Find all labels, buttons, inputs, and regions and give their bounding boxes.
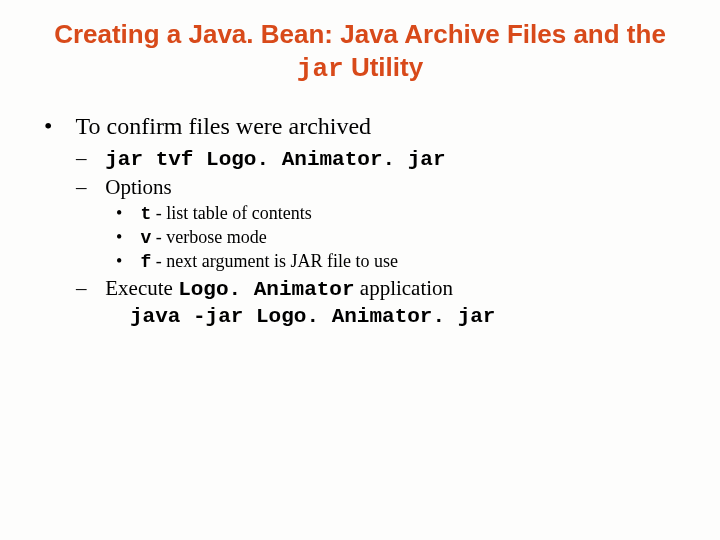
title-mono: jar [297,54,344,84]
opt-f-code: f [141,252,152,272]
opt-v-sep: - [151,227,166,247]
sub-execute-post: application [355,276,454,300]
opt-f: f - next argument is JAR file to use [136,251,680,272]
opt-v-code: v [141,228,152,248]
title-text-pre: Creating a Java. Bean: Java Archive File… [54,19,666,49]
page-title: Creating a Java. Bean: Java Archive File… [40,18,680,85]
opt-t-code: t [141,204,152,224]
java-command-code: java -jar Logo. Animator. jar [130,305,495,328]
java-command-line: java -jar Logo. Animator. jar [100,303,680,328]
opt-f-desc: next argument is JAR file to use [166,251,398,271]
bullet-list-l1: To confirm files were archived jar tvf L… [40,113,680,328]
opt-v: v - verbose mode [136,227,680,248]
sub-execute-pre: Execute [105,276,178,300]
sub-jar-command: jar tvf Logo. Animator. jar [100,146,680,171]
bullet-list-l3: t - list table of contents v - verbose m… [100,203,680,272]
sub-execute: Execute Logo. Animator application java … [100,276,680,328]
opt-f-sep: - [151,251,166,271]
sub-options: Options t - list table of contents v - v… [100,175,680,272]
bullet-confirm-text: To confirm files were archived [76,113,372,139]
sub-options-text: Options [105,175,172,199]
title-text-post: Utility [344,52,423,82]
slide: Creating a Java. Bean: Java Archive File… [0,0,720,540]
bullet-confirm: To confirm files were archived jar tvf L… [70,113,680,328]
opt-t-desc: list table of contents [166,203,311,223]
opt-t: t - list table of contents [136,203,680,224]
opt-v-desc: verbose mode [166,227,266,247]
jar-command-code: jar tvf Logo. Animator. jar [105,148,445,171]
bullet-list-l2: jar tvf Logo. Animator. jar Options t - … [70,146,680,328]
sub-execute-mono: Logo. Animator [178,278,354,301]
opt-t-sep: - [151,203,166,223]
